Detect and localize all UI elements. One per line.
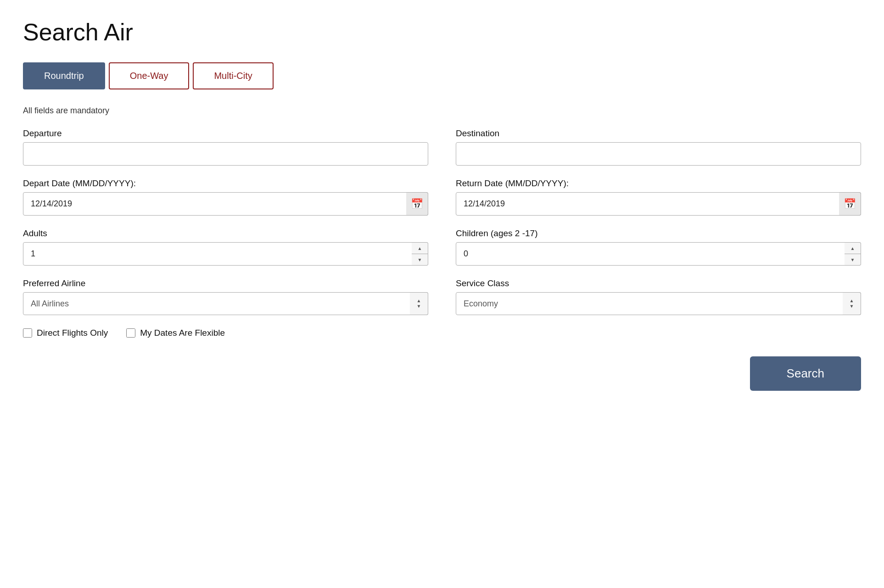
flexible-dates-label: My Dates Are Flexible	[140, 328, 225, 338]
depart-date-calendar-icon[interactable]: 📅	[406, 192, 428, 216]
direct-flights-label: Direct Flights Only	[37, 328, 108, 338]
return-date-group: Return Date (MM/DD/YYYY): 📅	[456, 178, 861, 216]
adults-input-wrapper: ▲ ▼	[23, 242, 428, 266]
adults-label: Adults	[23, 228, 428, 239]
children-group: Children (ages 2 -17) ▲ ▼	[456, 228, 861, 266]
return-date-label: Return Date (MM/DD/YYYY):	[456, 178, 861, 189]
adults-input[interactable]	[23, 242, 428, 266]
return-date-calendar-icon[interactable]: 📅	[839, 192, 861, 216]
return-date-input[interactable]	[456, 192, 861, 216]
service-class-group: Service Class Economy Business First Cla…	[456, 278, 861, 315]
preferred-airline-group: Preferred Airline All Airlines American …	[23, 278, 428, 315]
departure-input[interactable]	[23, 142, 428, 166]
adults-increment[interactable]: ▲	[412, 243, 428, 254]
departure-label: Departure	[23, 128, 428, 139]
preferred-airline-label: Preferred Airline	[23, 278, 428, 288]
service-class-wrapper: Economy Business First Class Premium Eco…	[456, 292, 861, 315]
search-button-row: Search	[23, 356, 861, 391]
adults-spinner[interactable]: ▲ ▼	[412, 242, 428, 266]
flexible-dates-group[interactable]: My Dates Are Flexible	[126, 328, 225, 338]
trip-type-buttons: Roundtrip One-Way Multi-City	[23, 62, 861, 89]
service-class-select[interactable]: Economy Business First Class Premium Eco…	[456, 292, 861, 315]
children-input-wrapper: ▲ ▼	[456, 242, 861, 266]
service-class-label: Service Class	[456, 278, 861, 288]
search-button[interactable]: Search	[750, 356, 861, 391]
children-input[interactable]	[456, 242, 861, 266]
return-date-wrapper: 📅	[456, 192, 861, 216]
flexible-dates-checkbox[interactable]	[126, 328, 135, 338]
checkboxes-row: Direct Flights Only My Dates Are Flexibl…	[23, 328, 861, 338]
roundtrip-button[interactable]: Roundtrip	[23, 62, 105, 89]
children-spinner[interactable]: ▲ ▼	[845, 242, 861, 266]
children-increment[interactable]: ▲	[845, 243, 861, 254]
depart-date-input[interactable]	[23, 192, 428, 216]
preferred-airline-select[interactable]: All Airlines American Airlines Delta Uni…	[23, 292, 428, 315]
depart-date-group: Depart Date (MM/DD/YYYY): 📅	[23, 178, 428, 216]
depart-date-label: Depart Date (MM/DD/YYYY):	[23, 178, 428, 189]
oneway-button[interactable]: One-Way	[109, 62, 190, 89]
form-grid: Departure Destination Depart Date (MM/DD…	[23, 128, 861, 315]
departure-group: Departure	[23, 128, 428, 166]
mandatory-note: All fields are mandatory	[23, 106, 861, 116]
page-title: Search Air	[23, 18, 861, 46]
children-label: Children (ages 2 -17)	[456, 228, 861, 239]
children-decrement[interactable]: ▼	[845, 254, 861, 265]
adults-group: Adults ▲ ▼	[23, 228, 428, 266]
multicity-button[interactable]: Multi-City	[193, 62, 273, 89]
adults-decrement[interactable]: ▼	[412, 254, 428, 265]
preferred-airline-wrapper: All Airlines American Airlines Delta Uni…	[23, 292, 428, 315]
destination-label: Destination	[456, 128, 861, 139]
direct-flights-group[interactable]: Direct Flights Only	[23, 328, 108, 338]
depart-date-wrapper: 📅	[23, 192, 428, 216]
destination-group: Destination	[456, 128, 861, 166]
direct-flights-checkbox[interactable]	[23, 328, 32, 338]
destination-input[interactable]	[456, 142, 861, 166]
